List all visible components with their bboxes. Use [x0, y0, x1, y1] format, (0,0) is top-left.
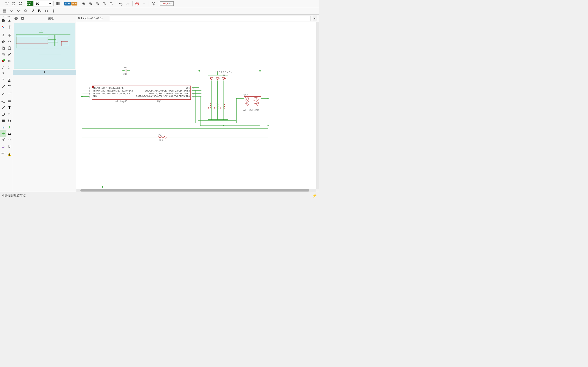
junction-tool[interactable]: [0, 124, 6, 130]
svg-text:C1: C1: [124, 65, 127, 68]
go-button[interactable]: [141, 0, 147, 7]
schematic-canvas[interactable]: C1 1uF 1 2 3 4 8 7 6 5 PB5/PCINT5/-RESET…: [76, 22, 316, 189]
move-tool[interactable]: [0, 32, 6, 39]
print-button[interactable]: [17, 0, 24, 7]
zoom-select-button[interactable]: [108, 0, 115, 7]
horizontal-scrollbar[interactable]: [76, 189, 316, 192]
sheet-thumb-label[interactable]: 1: [13, 70, 76, 75]
sheet-new-button[interactable]: [20, 16, 25, 21]
settings-button[interactable]: [50, 8, 57, 14]
circle-tool[interactable]: [0, 111, 6, 117]
svg-text:Aa: Aa: [4, 138, 5, 140]
name-tool[interactable]: R2─: [0, 77, 6, 83]
invoke-tool[interactable]: [0, 71, 6, 77]
module-tool[interactable]: [0, 143, 6, 150]
paste-tool[interactable]: [6, 45, 13, 51]
copy-tool[interactable]: [0, 45, 6, 51]
grid-button[interactable]: [1, 8, 8, 14]
component-r3[interactable]: R3: [208, 103, 212, 109]
errors-tool[interactable]: !: [6, 151, 13, 158]
optimize-tool[interactable]: +: [6, 90, 13, 96]
sync-status-icon[interactable]: ⚡: [312, 193, 317, 198]
zoom-fit-button[interactable]: [81, 0, 87, 7]
v-button[interactable]: V: [29, 8, 36, 14]
redo-button[interactable]: [124, 0, 131, 7]
component-r5[interactable]: R5: [220, 103, 225, 109]
svg-text:AVRISPSMD: AVRISPSMD: [243, 108, 259, 111]
line-tool[interactable]: [0, 105, 6, 111]
move-group-tool[interactable]: [6, 32, 13, 39]
wave-button[interactable]: [16, 8, 22, 14]
rect-tool[interactable]: [0, 117, 6, 124]
vertical-scrollbar[interactable]: [316, 22, 319, 189]
component-isp[interactable]: U$2 MISO VCC SCK MOSI RST GND AVRISPSMD: [243, 94, 261, 111]
erc-tool[interactable]: ERC✓: [0, 151, 6, 158]
value-tool[interactable]: R210k: [6, 77, 13, 83]
config-button[interactable]: [43, 8, 50, 14]
bus-tool[interactable]: [6, 98, 13, 105]
svg-text:8: 8: [192, 86, 194, 89]
sheet-page-select[interactable]: 1/1: [34, 1, 52, 6]
svg-text:GND: GND: [93, 95, 97, 98]
net-tool[interactable]: [0, 98, 6, 105]
svg-text:SCK/USCK/SCL/ADC1/T0/INT0/PCIN: SCK/USCK/SCL/ADC1/T0/INT0/PCINT2/PB2: [145, 90, 190, 92]
vp-button[interactable]: VP: [36, 8, 43, 14]
zoom-out-button[interactable]: [95, 0, 101, 7]
pin-tool[interactable]: [0, 130, 6, 137]
svg-text:RST: RST: [245, 103, 248, 105]
status-message: 单击左键放置节点: [2, 194, 26, 198]
origin-marker: [102, 186, 103, 188]
command-input[interactable]: [110, 16, 311, 21]
undo-button[interactable]: [118, 0, 124, 7]
component-c1[interactable]: C1 1uF: [122, 65, 130, 75]
attribute-tool[interactable]: Aa: [0, 137, 6, 143]
pinswap-tool[interactable]: [6, 58, 13, 64]
svg-line-4: [84, 4, 86, 5]
smash-tool[interactable]: [0, 83, 6, 90]
top-toolbar: SCH BRD 1/1 SCR ULP ? designlink: [0, 0, 319, 7]
svg-text:7: 7: [192, 90, 194, 92]
split-tool[interactable]: [0, 90, 6, 96]
scr-button[interactable]: SCR: [64, 0, 71, 7]
save-button[interactable]: [10, 0, 17, 7]
command-dropdown[interactable]: [313, 16, 317, 21]
gateswap-tool[interactable]: [6, 64, 13, 71]
sheet-close-button[interactable]: [13, 16, 19, 21]
label-tool[interactable]: AB: [6, 130, 13, 137]
sheet-thumbnail[interactable]: 1: [14, 23, 75, 69]
mirror-tool[interactable]: [0, 39, 6, 45]
rotate-tool[interactable]: [6, 39, 13, 45]
replace-tool[interactable]: [0, 64, 6, 71]
help-button[interactable]: ?: [150, 0, 157, 7]
polygon-tool[interactable]: [6, 117, 13, 124]
show-tool[interactable]: [6, 17, 13, 24]
design-link-button[interactable]: designlink: [160, 1, 174, 6]
zoom-redraw-button[interactable]: [101, 0, 108, 7]
open-button[interactable]: [3, 0, 10, 7]
board-switch-button[interactable]: SCH BRD: [27, 0, 33, 7]
ulp-button[interactable]: ULP: [71, 0, 78, 7]
text-tool[interactable]: T: [6, 105, 13, 111]
mark-tool[interactable]: +: [6, 24, 13, 30]
svg-point-27: [45, 10, 46, 11]
add-tool[interactable]: +: [0, 58, 6, 64]
miter-tool[interactable]: [6, 83, 13, 90]
zoom-wave-button[interactable]: [23, 8, 29, 14]
stop-button[interactable]: [134, 0, 140, 7]
svg-line-26: [26, 11, 27, 12]
component-r4[interactable]: R4: [214, 103, 218, 109]
component-r1[interactable]: R1 10k: [158, 133, 166, 142]
wire-tool[interactable]: [6, 124, 13, 130]
change-tool[interactable]: [6, 51, 13, 58]
info-tool[interactable]: i: [0, 17, 6, 24]
delete-tool[interactable]: [0, 51, 6, 58]
zoom-in-button[interactable]: [87, 0, 94, 7]
component-ic[interactable]: 1 2 3 4 8 7 6 5 PB5/PCINT5/-RESET/ADC0/D…: [89, 86, 194, 103]
arc-tool[interactable]: [6, 111, 13, 117]
dimension-tool[interactable]: [6, 137, 13, 143]
port-tool[interactable]: [6, 143, 13, 150]
svg-text:R3: R3: [208, 107, 209, 109]
grid-dropdown[interactable]: [8, 8, 15, 14]
layer-tool[interactable]: [0, 24, 6, 30]
library-button[interactable]: [55, 0, 61, 7]
